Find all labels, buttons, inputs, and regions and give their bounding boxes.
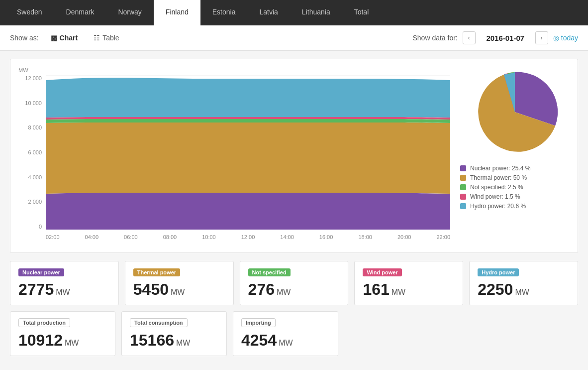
stat-number: 161	[363, 280, 389, 299]
table-view-btn[interactable]: ☷ Table	[90, 32, 123, 44]
prev-date-btn[interactable]: ‹	[463, 31, 476, 44]
stat-value: 276 MW	[248, 280, 340, 299]
legend-label: Not specified: 2.5 %	[470, 184, 523, 191]
main-content: MW 02 0004 0006 0008 00010 00012 000	[0, 51, 588, 370]
stat-unit: MW	[176, 339, 190, 348]
nav-item-estonia[interactable]: Estonia	[200, 0, 248, 25]
x-tick: 20:00	[397, 234, 411, 240]
stat-card-total-cons: Total consumption 15166 MW	[121, 311, 227, 356]
nav-item-lithuania[interactable]: Lithuania	[290, 0, 342, 25]
stat-unit: MW	[65, 339, 79, 348]
legend-dot	[460, 203, 466, 209]
x-axis: 02:0004:0006:0008:0010:0012:0014:0016:00…	[46, 230, 450, 245]
stat-value: 2775 MW	[18, 280, 110, 299]
stats-row-2: Total production 10912 MW Total consumpt…	[10, 311, 338, 356]
stat-card-wind: Wind power 161 MW	[354, 261, 463, 305]
chart-area	[46, 75, 450, 230]
stat-number: 5450	[133, 280, 169, 299]
nav-item-total[interactable]: Total	[342, 0, 381, 25]
stat-unit: MW	[392, 288, 405, 297]
legend-item: Thermal power: 50 %	[460, 174, 570, 181]
x-tick: 10:00	[202, 234, 216, 240]
today-btn[interactable]: ◎ today	[553, 34, 578, 42]
stat-value: 15166 MW	[130, 331, 218, 350]
stat-label: Nuclear power	[18, 268, 64, 276]
x-tick: 04:00	[85, 234, 99, 240]
stat-value: 2250 MW	[478, 280, 570, 299]
stat-number: 10912	[18, 331, 63, 350]
legend-label: Wind power: 1.5 %	[470, 193, 520, 200]
show-data-label: Show data for:	[412, 34, 457, 42]
x-tick: 12:00	[241, 234, 255, 240]
legend-item: Nuclear power: 25.4 %	[460, 165, 570, 172]
area-chart-svg	[46, 75, 450, 230]
stat-card-total-prod: Total production 10912 MW	[10, 311, 115, 356]
nav-item-norway[interactable]: Norway	[106, 0, 153, 25]
nav-item-latvia[interactable]: Latvia	[247, 0, 290, 25]
chart-icon: ▩	[51, 34, 57, 42]
legend-item: Not specified: 2.5 %	[460, 184, 570, 191]
stat-label: Total consumption	[130, 318, 188, 327]
x-tick: 06:00	[124, 234, 138, 240]
legend-dot	[460, 165, 466, 171]
y-tick: 2 000	[18, 199, 46, 205]
nav-item-denmark[interactable]: Denmark	[54, 0, 106, 25]
stat-card-importing: Importing 4254 MW	[233, 311, 338, 356]
controls-bar: Show as: ▩ Chart ☷ Table Show data for: …	[0, 25, 588, 51]
x-tick: 14:00	[280, 234, 294, 240]
stat-number: 2775	[18, 280, 54, 299]
stat-number: 4254	[241, 331, 277, 350]
legend-item: Hydro power: 20.6 %	[460, 203, 570, 210]
y-axis: 02 0004 0006 0008 00010 00012 000	[18, 75, 46, 230]
legend: Nuclear power: 25.4 %Thermal power: 50 %…	[460, 165, 570, 210]
legend-item: Wind power: 1.5 %	[460, 193, 570, 200]
stat-unit: MW	[515, 288, 529, 297]
stat-value: 5450 MW	[133, 280, 225, 299]
nav-item-sweden[interactable]: Sweden	[5, 0, 54, 25]
clock-icon: ◎	[553, 34, 559, 42]
date-display: 2016-01-07	[481, 34, 530, 42]
area-chart-container: MW 02 0004 0006 0008 00010 00012 000	[18, 67, 450, 245]
stats-row-1: Nuclear power 2775 MW Thermal power 5450…	[10, 261, 578, 305]
y-tick: 12 000	[18, 75, 46, 81]
x-tick: 22:00	[436, 234, 450, 240]
stat-card-thermal: Thermal power 5450 MW	[125, 261, 234, 305]
stat-number: 276	[248, 280, 275, 299]
y-tick: 10 000	[18, 100, 46, 106]
stat-unit: MW	[56, 288, 70, 297]
legend-label: Thermal power: 50 %	[470, 174, 527, 181]
x-tick: 18:00	[358, 234, 372, 240]
nav-item-finland[interactable]: Finland	[154, 0, 200, 25]
chart-view-btn[interactable]: ▩ Chart	[47, 32, 82, 44]
stat-card-not-specified: Not specified 276 MW	[240, 261, 349, 305]
x-tick: 08:00	[163, 234, 177, 240]
stat-label: Importing	[241, 318, 276, 327]
stat-label: Not specified	[248, 268, 291, 276]
x-tick: 16:00	[319, 234, 333, 240]
next-date-btn[interactable]: ›	[535, 31, 548, 44]
pie-chart-svg	[470, 67, 560, 157]
stat-unit: MW	[171, 288, 185, 297]
stat-card-hydro: Hydro power 2250 MW	[469, 261, 578, 305]
y-axis-label: MW	[18, 67, 450, 73]
stat-label: Total production	[18, 318, 70, 327]
pie-chart-container	[470, 67, 560, 157]
chart-wrapper: 02 0004 0006 0008 00010 00012 000	[18, 75, 450, 245]
y-tick: 4 000	[18, 174, 46, 180]
stat-unit: MW	[279, 339, 293, 348]
today-label: today	[561, 34, 578, 42]
y-tick: 6 000	[18, 149, 46, 155]
stat-label: Wind power	[363, 268, 401, 276]
stat-value: 4254 MW	[241, 331, 330, 350]
y-tick: 8 000	[18, 124, 46, 130]
legend-dot	[460, 175, 466, 181]
legend-dot	[460, 194, 466, 200]
chart-label: Chart	[60, 34, 78, 42]
stat-number: 2250	[478, 280, 513, 299]
stat-value: 10912 MW	[18, 331, 107, 350]
date-nav-section: Show data for: ‹ 2016-01-07 › ◎ today	[412, 31, 578, 44]
x-tick: 02:00	[46, 234, 60, 240]
stat-card-nuclear: Nuclear power 2775 MW	[10, 261, 119, 305]
pie-section: Nuclear power: 25.4 %Thermal power: 50 %…	[460, 67, 570, 210]
legend-label: Nuclear power: 25.4 %	[470, 165, 530, 172]
